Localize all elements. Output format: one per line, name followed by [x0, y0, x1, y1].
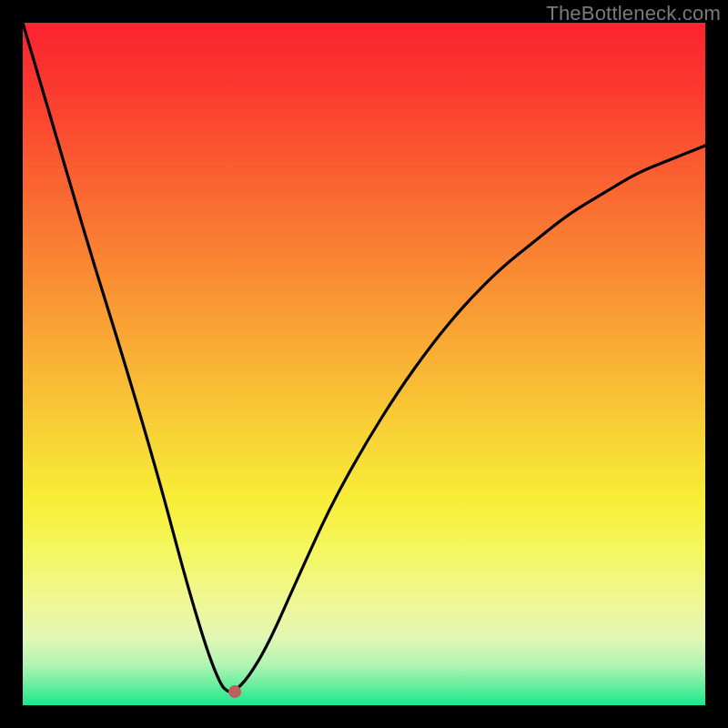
optimal-point-marker [228, 685, 241, 698]
plot-area [23, 23, 705, 705]
svg-rect-0 [23, 23, 705, 705]
chart-frame: TheBottleneck.com [0, 0, 728, 728]
watermark-text: TheBottleneck.com [546, 2, 721, 25]
background-gradient [23, 23, 705, 705]
